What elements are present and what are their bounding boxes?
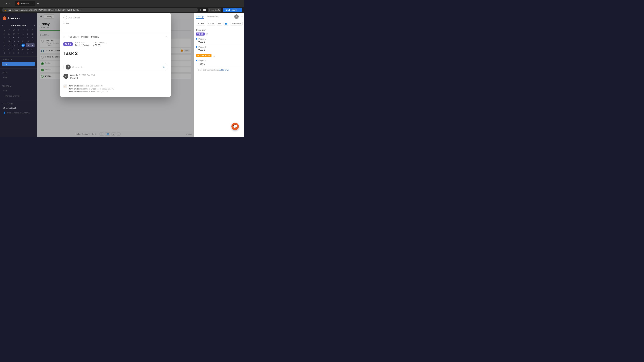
cal-cell[interactable]: 6 xyxy=(12,36,16,39)
projects-caret[interactable]: ▾ xyxy=(205,29,206,31)
cal-cell[interactable]: 12 xyxy=(7,39,12,43)
status-badge-todo[interactable]: TO DO xyxy=(64,42,72,46)
forward-button[interactable]: › xyxy=(5,1,8,6)
cal-cell[interactable]: 7 xyxy=(16,36,21,39)
me-button[interactable]: Me xyxy=(217,22,222,25)
tab-clickup[interactable]: ClickUp xyxy=(196,14,204,19)
task-3-project2[interactable]: Task 3 xyxy=(196,49,242,52)
bookmark-icon[interactable]: ☆ xyxy=(200,9,202,11)
cal-cell[interactable]: 5 xyxy=(21,51,25,55)
add-subtask-row[interactable]: + Add subtask xyxy=(64,16,167,19)
cal-cell[interactable]: 13 xyxy=(12,39,16,43)
cal-cell[interactable]: 20 xyxy=(12,43,16,47)
modal: + Add subtask ↻ Team Space › Projects › … xyxy=(60,13,171,97)
cal-cell[interactable]: 17 xyxy=(30,39,34,43)
cal-cell[interactable]: 4 xyxy=(16,51,21,55)
cal-cell[interactable]: 24 xyxy=(30,43,34,47)
cal-cell[interactable]: 31 xyxy=(30,48,34,51)
refresh-button[interactable]: ↻ Refresh xyxy=(230,22,243,25)
attachment-icon[interactable]: 📎 xyxy=(162,66,165,68)
channel-work-all[interactable]: # all xyxy=(2,75,35,79)
cal-cell[interactable]: 11 xyxy=(2,39,7,43)
back-button[interactable]: ‹ xyxy=(2,1,4,6)
notes-textarea[interactable] xyxy=(64,21,167,30)
cal-cell[interactable]: 9 xyxy=(26,36,30,39)
active-tab[interactable]: Sunsama × xyxy=(15,1,35,6)
cal-cell[interactable]: 18 xyxy=(2,43,7,47)
project-1-label: Project 1 xyxy=(196,38,242,40)
reload-button[interactable]: ↻ xyxy=(8,1,12,6)
cal-cell[interactable]: 30 xyxy=(16,32,21,35)
in-progress-badge-row: IN PROGRESS (1) xyxy=(196,54,242,58)
cal-cell[interactable]: 1 xyxy=(2,51,7,55)
sync-icon[interactable]: ↻ xyxy=(64,36,65,38)
cal-cell[interactable]: 16 xyxy=(26,39,30,43)
cal-cell[interactable]: 8 xyxy=(21,36,25,39)
cal-cell[interactable]: 28 xyxy=(16,48,21,51)
filter-button[interactable]: ⊟ Filter xyxy=(196,22,205,25)
cal-cell[interactable]: 19 xyxy=(7,43,12,47)
tab-close-button[interactable]: × xyxy=(31,2,32,5)
cal-cell[interactable]: 3 xyxy=(12,51,16,55)
right-panel: ClickUp Automations M › ⊟ Filter ⇅ Sort … xyxy=(194,13,244,137)
cal-cell[interactable]: 5 xyxy=(7,36,12,39)
cal-cell[interactable]: 4 xyxy=(2,36,7,39)
cal-cell[interactable]: 28 xyxy=(7,32,12,35)
app-title-caret[interactable]: ▾ xyxy=(19,17,20,19)
calendars-title: CALENDARS xyxy=(2,102,35,105)
new-tab-button[interactable]: + xyxy=(36,2,40,5)
cal-prev-button[interactable]: ‹ xyxy=(2,24,3,27)
manage-channels[interactable]: + Manage Channels xyxy=(0,94,37,98)
cal-cell[interactable]: 21 xyxy=(16,43,21,47)
cal-cell[interactable]: 3 xyxy=(30,32,34,35)
cal-cell[interactable]: 25 xyxy=(2,48,7,51)
cal-cell[interactable]: 15 xyxy=(21,39,25,43)
task-1-project2[interactable]: Task 1 xyxy=(196,62,242,66)
cal-cell[interactable]: 2 xyxy=(26,32,30,35)
sort-button[interactable]: ⇅ Sort xyxy=(206,22,215,25)
cal-cell[interactable]: 14 xyxy=(16,39,21,43)
external-link-icon[interactable]: ↗ xyxy=(166,36,167,38)
sort-label: Sort xyxy=(210,23,214,25)
url-bar[interactable]: 🔒 app.sunsama.com/group/1703182764469638… xyxy=(2,8,198,12)
cal-cell-today[interactable]: 22 xyxy=(21,43,25,47)
extension-icon[interactable]: ⬜ xyxy=(203,9,206,11)
cal-cell[interactable]: 29 xyxy=(12,32,16,35)
channel-personal-all[interactable]: # all xyxy=(2,89,35,92)
add-by-url-link[interactable]: Add it by url xyxy=(219,69,229,71)
app-layout: S Sunsama ▾ ‹ December 2023 › M T W T F … xyxy=(0,13,244,137)
chat-bubble[interactable]: 💬 xyxy=(232,123,239,130)
tab-automations[interactable]: Automations xyxy=(207,15,219,18)
in-progress-item-1: Project 2 Task 1 xyxy=(196,59,242,66)
people-button[interactable]: 👥 xyxy=(224,22,229,25)
cal-cell[interactable]: 1 xyxy=(21,32,25,35)
right-panel-expand-icon[interactable]: › xyxy=(241,15,242,18)
add-subtask-icon: + xyxy=(64,16,67,19)
comment-input-row[interactable]: J Comment... 📎 xyxy=(64,63,167,71)
cal-cell[interactable]: 27 xyxy=(2,32,7,35)
modal-overlay[interactable]: + Add subtask ↻ Team Space › Projects › … xyxy=(37,13,194,137)
cal-cell[interactable]: 26 xyxy=(7,48,12,51)
cal-cell[interactable]: 10 xyxy=(30,36,34,39)
cal-cell[interactable]: 2 xyxy=(7,51,12,55)
channel-all-label: all xyxy=(6,63,8,65)
channel-all[interactable]: # all xyxy=(2,62,35,66)
modal-comments: J Comment... 📎 J John S. 9:27 PM, Dec 22… xyxy=(60,60,171,84)
comment-item-1: J John S. 9:27 PM, Dec 22nd @Jared xyxy=(64,74,167,79)
cal-cell[interactable]: 30 xyxy=(26,48,30,51)
invite-row[interactable]: 👤 Invite someone to Sunsama xyxy=(0,111,37,115)
cal-cell[interactable]: 29 xyxy=(21,48,25,51)
cal-cell[interactable]: 6 xyxy=(26,51,30,55)
finish-update-button[interactable]: Finish update ⋮ xyxy=(223,8,242,12)
cal-cell[interactable]: 27 xyxy=(12,48,16,51)
task-3-project1[interactable]: Task 3 xyxy=(196,40,242,44)
cal-day-s1: S xyxy=(26,28,30,32)
incognito-button[interactable]: Incognito (2) xyxy=(208,8,221,12)
hash-icon: # xyxy=(3,63,4,65)
breadcrumb-space: Team Space xyxy=(68,36,79,38)
cal-next-button[interactable]: › xyxy=(34,24,35,27)
refresh-icon: ↻ xyxy=(232,22,234,25)
cal-cell[interactable]: 23 xyxy=(26,43,30,47)
todo-item-2: Project 2 Task 3 xyxy=(196,46,242,52)
cal-cell[interactable]: 7 xyxy=(30,51,34,55)
